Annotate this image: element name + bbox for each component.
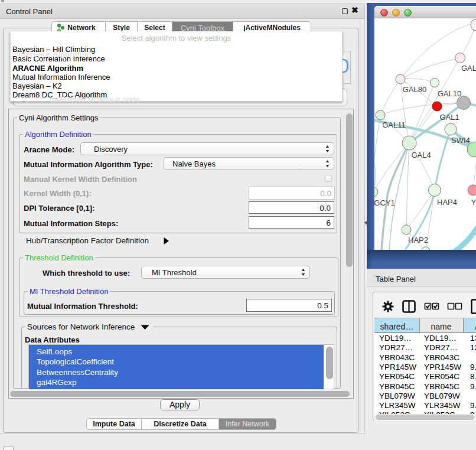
svg-text:GAL10: GAL10 (438, 89, 461, 98)
svg-text:SWI4: SWI4 (451, 136, 470, 145)
svg-text:GAL80: GAL80 (403, 85, 426, 94)
svg-text:GAL11: GAL11 (382, 120, 406, 129)
svg-text:GCY1: GCY1 (374, 198, 395, 207)
svg-text:GAL4: GAL4 (411, 151, 431, 159)
svg-text:GAL: GAL (461, 64, 476, 73)
svg-text:HAP4: HAP4 (437, 198, 457, 207)
svg-text:GAL1: GAL1 (439, 113, 459, 122)
svg-text:HAP2: HAP2 (408, 236, 428, 244)
svg-text:Y: Y (471, 198, 476, 207)
